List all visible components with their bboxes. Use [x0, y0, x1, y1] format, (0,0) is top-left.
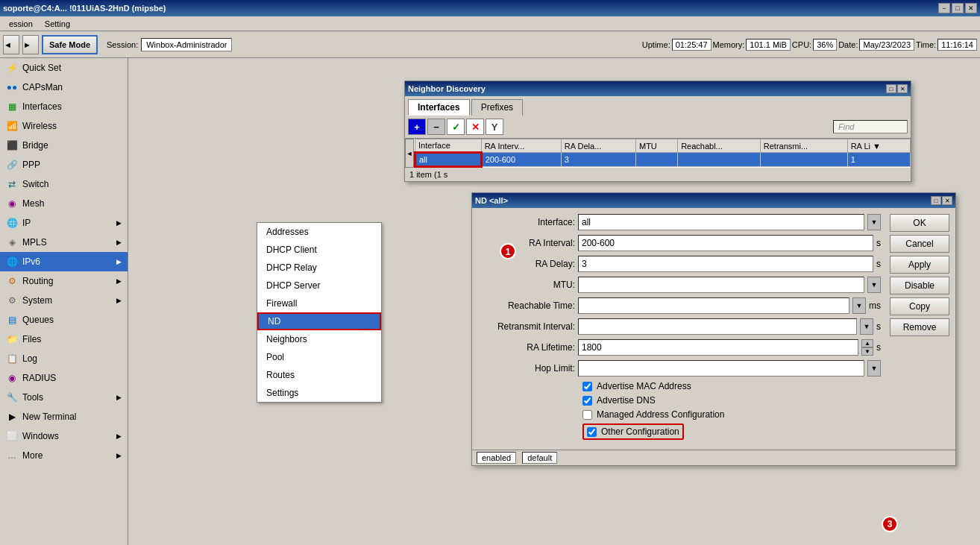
ppp-icon: 🔗 [6, 159, 18, 171]
menu-item-pool[interactable]: Pool [257, 348, 381, 366]
advertise-dns-checkbox[interactable] [582, 396, 592, 406]
nd-filter-button[interactable]: Y [486, 119, 503, 135]
tab-interfaces[interactable]: Interfaces [408, 99, 470, 116]
hop-limit-input[interactable] [578, 360, 864, 377]
ipv6-arrow-icon: ▶ [116, 258, 122, 265]
forward-button[interactable]: ► [22, 35, 39, 54]
nd-title: Neighbor Discovery [408, 84, 486, 93]
retransmit-input-group: ▼ s [578, 318, 881, 335]
interface-dropdown-arrow[interactable]: ▼ [867, 214, 881, 230]
sidebar-item-mpls[interactable]: ◈ MPLS ▶ [0, 233, 128, 252]
safe-mode-button[interactable]: Safe Mode [42, 35, 98, 54]
nd-find-field[interactable]: Find [833, 120, 908, 133]
minimize-button[interactable]: − [938, 3, 950, 13]
sidebar-item-ppp[interactable]: 🔗 PPP [0, 155, 128, 174]
cell-ra-interval: 200-600 [481, 153, 561, 167]
sidebar-item-system[interactable]: ⚙ System ▶ [0, 291, 128, 310]
ra-lifetime-up-button[interactable]: ▲ [861, 339, 873, 347]
ra-lifetime-input[interactable] [578, 339, 858, 356]
mtu-input[interactable] [578, 277, 864, 293]
sidebar-item-wireless[interactable]: 📶 Wireless [0, 116, 128, 136]
nd-label: ND [268, 316, 280, 327]
sidebar-label-new-terminal: New Terminal [22, 412, 76, 422]
col-ra-delay: RA Dela... [561, 139, 635, 153]
nd-window-buttons: □ ✕ [886, 84, 908, 93]
nd-cancel-button[interactable]: ✕ [466, 119, 484, 135]
menu-item-dhcp-relay[interactable]: DHCP Relay [257, 259, 381, 277]
sidebar-label-quick-set: Quick Set [22, 63, 61, 73]
ra-delay-input[interactable] [578, 256, 873, 272]
sidebar-item-windows[interactable]: ⬜ Windows ▶ [0, 426, 128, 446]
sidebar-item-tools[interactable]: 🔧 Tools ▶ [0, 388, 128, 407]
menu-item-routes[interactable]: Routes [257, 366, 381, 384]
routing-icon: ⚙ [6, 275, 18, 287]
reachable-dropdown-arrow[interactable]: ▼ [852, 297, 866, 314]
hop-limit-dropdown-arrow[interactable]: ▼ [867, 360, 881, 377]
maximize-button[interactable]: □ [952, 3, 964, 13]
sidebar-label-windows: Windows [22, 431, 59, 441]
retransmit-input[interactable] [578, 318, 857, 335]
menu-item-neighbors[interactable]: Neighbors [257, 330, 381, 348]
checkbox-row-other-config: Other Configuration [582, 423, 881, 440]
menu-item-dhcp-server[interactable]: DHCP Server [257, 277, 381, 294]
menu-setting[interactable]: Setting [39, 18, 76, 30]
ok-button[interactable]: OK [890, 214, 949, 232]
sidebar-label-mpls: MPLS [22, 237, 47, 248]
back-button[interactable]: ◄ [3, 35, 19, 54]
managed-addr-checkbox[interactable] [582, 410, 592, 420]
menu-item-firewall[interactable]: Firewall [257, 294, 381, 312]
sidebar-item-ip[interactable]: 🌐 IP ▶ [0, 213, 128, 233]
close-button[interactable]: ✕ [965, 3, 977, 13]
nd-remove-button[interactable]: − [427, 119, 445, 135]
menu-session[interactable]: ession [3, 18, 39, 30]
menu-item-settings[interactable]: Settings [257, 384, 381, 402]
sidebar-item-quick-set[interactable]: ⚡ Quick Set [0, 58, 128, 78]
cell-mtu [635, 153, 677, 167]
interface-input[interactable] [578, 214, 864, 230]
sidebar-item-new-terminal[interactable]: ▶ New Terminal [0, 407, 128, 426]
sidebar-item-more[interactable]: … More ▶ [0, 446, 128, 465]
retransmit-dropdown-arrow[interactable]: ▼ [860, 318, 873, 335]
sidebar-item-radius[interactable]: ◉ RADIUS [0, 368, 128, 388]
nd-scroll-left[interactable]: ◄ [405, 139, 414, 168]
menu-item-dhcp-client[interactable]: DHCP Client [257, 241, 381, 259]
form-row-hop-limit: Hop Limit: ▼ [478, 360, 881, 377]
neighbor-discovery-window: Neighbor Discovery □ ✕ Interfaces Prefix… [404, 81, 911, 182]
reachable-input[interactable] [578, 297, 849, 314]
sidebar-item-routing[interactable]: ⚙ Routing ▶ [0, 271, 128, 291]
firewall-label: Firewall [266, 298, 297, 309]
badge-3: 3 [882, 516, 898, 532]
nd-minimize-button[interactable]: □ [886, 84, 896, 93]
nd-apply-button[interactable]: ✓ [447, 119, 465, 135]
nd-all-close-button[interactable]: ✕ [942, 196, 952, 205]
apply-button[interactable]: Apply [890, 256, 949, 274]
sidebar-item-switch[interactable]: ⇄ Switch [0, 174, 128, 194]
tab-prefixes[interactable]: Prefixes [471, 99, 523, 116]
nd-close-button[interactable]: ✕ [897, 84, 908, 93]
sidebar-item-queues[interactable]: ▤ Queues [0, 310, 128, 330]
table-row[interactable]: all 2 200-600 3 [415, 153, 911, 167]
ra-lifetime-down-button[interactable]: ▼ [861, 347, 873, 356]
sidebar-item-bridge[interactable]: ⬛ Bridge [0, 136, 128, 155]
sidebar-item-files[interactable]: 📁 Files [0, 330, 128, 349]
copy-button[interactable]: Copy [890, 297, 949, 315]
mtu-dropdown-arrow[interactable]: ▼ [867, 277, 881, 293]
nd-add-button[interactable]: + [408, 119, 426, 135]
sidebar-item-ipv6[interactable]: 🌐 IPv6 ▶ [0, 252, 128, 271]
menu-item-addresses[interactable]: Addresses [257, 223, 381, 241]
queues-icon: ▤ [6, 314, 18, 326]
cancel-button[interactable]: Cancel [890, 235, 949, 253]
remove-button[interactable]: Remove [890, 318, 949, 336]
sidebar-item-capsman[interactable]: ●● CAPsMan [0, 78, 128, 97]
menu-item-nd[interactable]: ND [257, 312, 381, 330]
nd-table-container: Interface RA Interv... RA Dela... MTU Re… [414, 139, 911, 168]
disable-button[interactable]: Disable [890, 277, 949, 294]
nd-all-minimize-button[interactable]: □ [931, 196, 941, 205]
other-config-checkbox[interactable] [587, 427, 597, 437]
sidebar-item-log[interactable]: 📋 Log [0, 349, 128, 368]
nd-all-window: ND <all> □ ✕ Interface: ▼ RA Interval: [471, 192, 956, 466]
ra-interval-input[interactable] [578, 235, 873, 251]
sidebar-item-mesh[interactable]: ◉ Mesh [0, 194, 128, 213]
advertise-mac-checkbox[interactable] [582, 382, 592, 391]
sidebar-item-interfaces[interactable]: ▦ Interfaces [0, 97, 128, 116]
